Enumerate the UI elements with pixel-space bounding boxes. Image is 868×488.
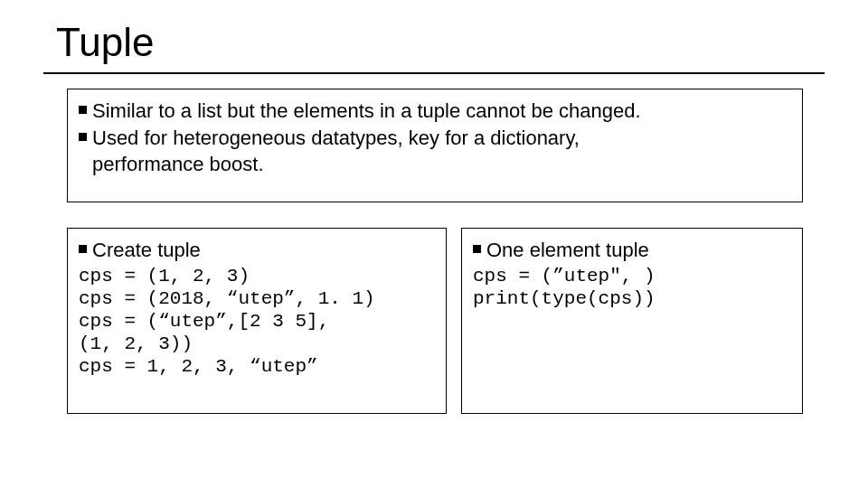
slide-title: Tuple	[56, 20, 154, 65]
square-bullet-icon	[79, 133, 87, 141]
box-heading: One element tuple	[486, 238, 649, 263]
slide: Tuple Similar to a list but the elements…	[0, 0, 868, 488]
code-line: (1, 2, 3))	[79, 333, 435, 355]
bullet-text: Used for heterogeneous datatypes, key fo…	[92, 126, 580, 151]
title-underline	[43, 72, 825, 74]
code-line: cps = (“utep”,[2 3 5],	[79, 310, 435, 333]
code-line: cps = (2018, “utep”, 1. 1)	[79, 287, 435, 310]
code-line: cps = (1, 2, 3)	[79, 265, 435, 287]
code-line: print(type(cps))	[473, 287, 791, 310]
code-line: cps = (”utep", )	[473, 265, 791, 287]
square-bullet-icon	[79, 245, 87, 253]
bullet-item: Similar to a list but the elements in a …	[79, 99, 791, 124]
bullet-item: Create tuple	[79, 238, 435, 263]
bullet-text: Similar to a list but the elements in a …	[92, 99, 641, 124]
create-tuple-box: Create tuple cps = (1, 2, 3) cps = (2018…	[67, 228, 447, 414]
one-element-box: One element tuple cps = (”utep", ) print…	[461, 228, 803, 414]
bullet-item: Used for heterogeneous datatypes, key fo…	[79, 126, 791, 151]
box-heading: Create tuple	[92, 238, 201, 263]
bullet-continuation: performance boost.	[79, 152, 791, 177]
intro-box: Similar to a list but the elements in a …	[67, 89, 803, 202]
code-line: cps = 1, 2, 3, “utep”	[79, 355, 435, 378]
square-bullet-icon	[473, 245, 481, 253]
bullet-item: One element tuple	[473, 238, 791, 263]
square-bullet-icon	[79, 106, 87, 114]
